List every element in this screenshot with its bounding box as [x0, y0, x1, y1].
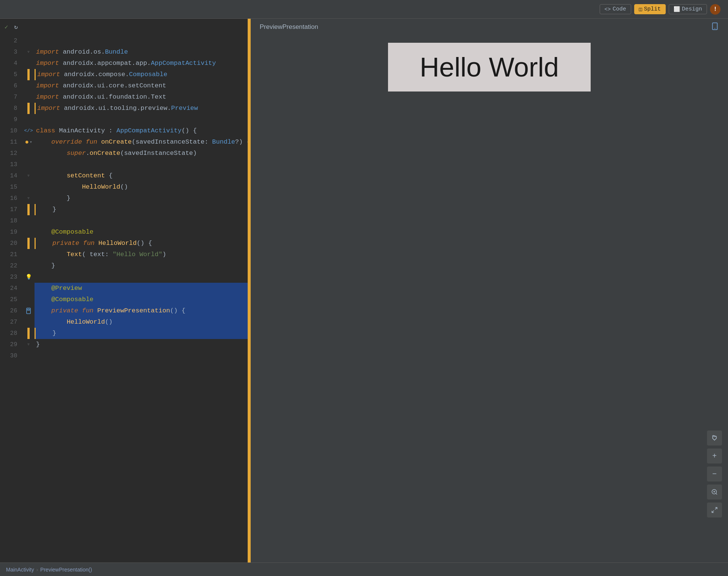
svg-line-8 — [715, 507, 717, 509]
warning-badge[interactable]: ! — [710, 4, 720, 15]
gutter-16[interactable]: ▿ — [23, 193, 35, 204]
code-line-5: import androidx.compose.Composable — [35, 69, 248, 80]
gutter-14[interactable]: ▿ — [23, 170, 35, 182]
gutter-6 — [23, 80, 35, 92]
hello-world-preview: Hello World — [388, 43, 591, 92]
code-line-16: } — [35, 193, 248, 204]
code-pane: ✓ ↻ 2 3 4 5 6 7 8 9 10 — [0, 19, 248, 562]
main-container: <> Code ◫ Split ⬜ Design ! ✓ ↻ — [0, 0, 728, 576]
gutter-29[interactable]: ▿ — [23, 339, 35, 350]
gutter-7 — [23, 92, 35, 103]
code-line-24: @Preview — [35, 283, 248, 294]
code-line-4: import androidx.appcompat.app.AppCompatA… — [35, 58, 248, 69]
code-line-6: import androidx.ui.core.setContent — [35, 80, 248, 92]
split-label: Split — [644, 6, 661, 12]
code-line-13 — [35, 159, 248, 170]
gutter-22 — [23, 260, 35, 272]
code-lines: 2 3 4 5 6 7 8 9 10 11 12 13 14 15 — [0, 35, 248, 562]
vertical-separator — [248, 19, 251, 562]
design-button[interactable]: ⬜ Design — [669, 4, 707, 14]
code-line-14: setContent { — [35, 170, 248, 182]
device-icon[interactable] — [711, 22, 719, 32]
gutter-3[interactable]: ▿ — [23, 46, 35, 58]
code-line-10: class MainActivity : AppCompatActivity()… — [35, 125, 248, 136]
code-line-19: @Composable — [35, 226, 248, 238]
breadcrumb-file[interactable]: MainActivity — [6, 567, 34, 573]
gutter: ▿ </> ● ▿ — [23, 35, 35, 562]
gutter-9 — [23, 114, 35, 125]
code-line-20: private fun HelloWorld() { — [35, 238, 248, 249]
svg-rect-1 — [27, 309, 30, 310]
code-line-8: import androidx.ui.tooling.preview.Previ… — [35, 103, 248, 114]
code-line-15: HelloWorld() — [35, 182, 248, 193]
gutter-28 — [23, 328, 35, 339]
code-line-21: Text( text: "Hello World") — [35, 249, 248, 260]
code-content: 2 3 4 5 6 7 8 9 10 11 12 13 14 15 — [0, 35, 248, 562]
preview-canvas: Hello World — [251, 35, 728, 562]
code-icon: <> — [605, 6, 611, 12]
gutter-21 — [23, 249, 35, 260]
code-line-18 — [35, 215, 248, 226]
code-line-23 — [35, 272, 248, 283]
code-line-30 — [35, 350, 248, 362]
preview-header: PreviewPresentation — [251, 19, 728, 35]
gutter-2 — [23, 35, 35, 46]
fullscreen-button[interactable] — [707, 502, 722, 518]
gutter-12 — [23, 148, 35, 159]
gutter-26[interactable] — [23, 305, 35, 316]
breadcrumb-sep: › — [36, 567, 38, 573]
code-line-25: @Composable — [35, 294, 248, 305]
gutter-8 — [23, 103, 35, 114]
pan-button[interactable] — [707, 430, 722, 446]
zoom-in-button[interactable]: + — [707, 448, 722, 464]
split-button[interactable]: ◫ Split — [634, 4, 666, 14]
gutter-17 — [23, 204, 35, 215]
gutter-24 — [23, 283, 35, 294]
svg-line-5 — [716, 493, 717, 494]
fit-button[interactable] — [707, 484, 722, 500]
check-icon[interactable]: ✓ — [5, 23, 8, 31]
content-area: ✓ ↻ 2 3 4 5 6 7 8 9 10 — [0, 19, 728, 562]
code-line-12: super.onCreate(savedInstanceState) — [35, 148, 248, 159]
gutter-19 — [23, 226, 35, 238]
code-line-26: private fun PreviewPresentation() { — [35, 305, 248, 316]
design-label: Design — [682, 6, 702, 12]
gutter-15 — [23, 182, 35, 193]
breadcrumb-function[interactable]: PreviewPresentation() — [40, 567, 92, 573]
code-line-22: } — [35, 260, 248, 272]
line-numbers: 2 3 4 5 6 7 8 9 10 11 12 13 14 15 — [0, 35, 23, 562]
code-line-7: import androidx.ui.foundation.Text — [35, 92, 248, 103]
code-text-area: import android.os.Bundle import androidx… — [35, 35, 248, 562]
code-line-27: HelloWorld() — [35, 316, 248, 328]
code-button[interactable]: <> Code — [600, 4, 631, 14]
gutter-25 — [23, 294, 35, 305]
gutter-5 — [23, 69, 35, 80]
design-icon: ⬜ — [674, 6, 680, 12]
code-line-17: } — [35, 204, 248, 215]
preview-title: PreviewPresentation — [260, 23, 318, 31]
split-icon: ◫ — [639, 6, 642, 12]
code-label: Code — [613, 6, 626, 12]
gutter-20 — [23, 238, 35, 249]
code-line-2 — [35, 35, 248, 46]
code-line-9 — [35, 114, 248, 125]
preview-pane: PreviewPresentation Hello World — [251, 19, 728, 562]
svg-line-9 — [712, 511, 714, 513]
code-line-29: } — [35, 339, 248, 350]
breadcrumb-bar: MainActivity › PreviewPresentation() — [0, 562, 728, 576]
gutter-11[interactable]: ● ▿ — [23, 136, 35, 148]
editor-actions: ✓ ↻ — [0, 19, 248, 35]
gutter-10[interactable]: </> — [23, 125, 35, 136]
preview-right-toolbar: + − — [707, 430, 722, 518]
code-line-3: import android.os.Bundle — [35, 46, 248, 58]
gutter-27 — [23, 316, 35, 328]
gutter-4 — [23, 58, 35, 69]
refresh-icon[interactable]: ↻ — [14, 23, 18, 31]
gutter-23-bulb[interactable]: 💡 — [23, 272, 35, 283]
top-toolbar: <> Code ◫ Split ⬜ Design ! — [0, 0, 728, 19]
hello-world-text: Hello World — [420, 52, 559, 82]
zoom-out-button[interactable]: − — [707, 466, 722, 482]
gutter-18 — [23, 215, 35, 226]
code-line-28: } — [35, 328, 248, 339]
gutter-13 — [23, 159, 35, 170]
